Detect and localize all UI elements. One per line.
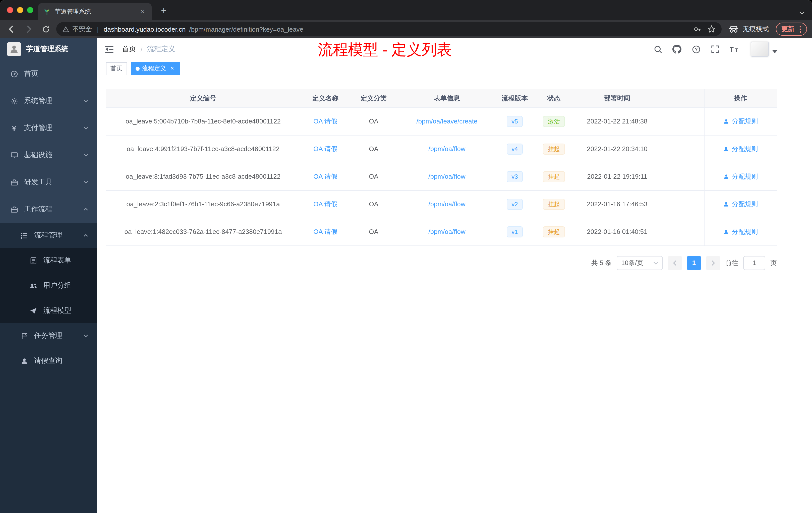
- sidebar-item-workflow[interactable]: 工作流程: [0, 196, 97, 223]
- logo-title: 芋道管理系统: [26, 45, 68, 54]
- warning-icon[interactable]: [62, 26, 69, 32]
- browser-tab[interactable]: 芋道管理系统 ×: [38, 3, 152, 20]
- chevron-down-icon: [83, 333, 89, 339]
- back-icon[interactable]: [5, 23, 18, 36]
- column-header: 流程版本: [497, 89, 532, 108]
- tab-close-icon[interactable]: ×: [139, 7, 147, 16]
- user-menu[interactable]: [751, 42, 777, 57]
- table-row: oa_leave:2:3c1f0ef1-76b1-11ec-9c66-a2380…: [106, 190, 777, 218]
- bookmark-star-icon[interactable]: [707, 25, 716, 33]
- form-link[interactable]: /bpm/oa/flow: [428, 145, 465, 153]
- tags-view-bar: 首页 × 流程定义 ×: [97, 60, 812, 77]
- deploy-time: 2022-01-16 17:46:53: [587, 200, 647, 208]
- assign-rule-link[interactable]: 分配规则: [723, 172, 758, 181]
- sidebar-item-task-manage[interactable]: 任务管理: [0, 323, 97, 349]
- forward-icon[interactable]: [22, 23, 35, 36]
- breadcrumb-home[interactable]: 首页: [122, 45, 136, 54]
- table-row: oa_leave:1:482ec033-762a-11ec-8477-a2380…: [106, 218, 777, 245]
- sidebar-item-leave-query[interactable]: 请假查询: [0, 349, 97, 373]
- form-link[interactable]: /bpm/oa/flow: [428, 173, 465, 180]
- admin-app: 芋道管理系统 首页 系统管理 ¥ 支付管理 基础设施 研发工具 工作流程 流程管…: [0, 38, 812, 513]
- deploy-time: 2022-01-22 19:19:11: [587, 173, 647, 180]
- form-link[interactable]: /bpm/oa/leave/create: [416, 117, 477, 125]
- table-row: oa_leave:5:004b710b-7b8a-11ec-8ef0-acde4…: [106, 108, 777, 135]
- definition-id: oa_leave:2:3c1f0ef1-76b1-11ec-9c66-a2380…: [126, 200, 280, 208]
- form-link[interactable]: /bpm/oa/flow: [428, 228, 465, 235]
- user-icon: [20, 357, 28, 365]
- sidebar-item-process-form[interactable]: 流程表单: [0, 248, 97, 273]
- deploy-time: 2022-01-16 01:40:51: [587, 228, 647, 235]
- definition-id: oa_leave:4:991f2193-7b7f-11ec-a3c8-acde4…: [126, 145, 280, 153]
- definition-name-link[interactable]: OA 请假: [313, 200, 337, 208]
- kebab-menu-icon[interactable]: [800, 25, 802, 33]
- assign-rule-link[interactable]: 分配规则: [723, 117, 758, 126]
- tab-search-chevron-icon[interactable]: [799, 8, 805, 17]
- view-tag-0[interactable]: 首页 ×: [106, 62, 127, 75]
- sidebar-item-payment[interactable]: ¥ 支付管理: [0, 115, 97, 142]
- deploy-time: 2022-01-22 21:48:38: [587, 117, 647, 125]
- page-content: 定义编号定义名称定义分类表单信息流程版本状态部署时间操作 oa_leave:5:…: [97, 77, 812, 513]
- prev-page-button[interactable]: [668, 256, 682, 270]
- reload-icon[interactable]: [39, 23, 52, 36]
- dashboard-icon: [10, 70, 18, 78]
- chevron-down-icon: [83, 98, 89, 104]
- definition-name-link[interactable]: OA 请假: [313, 145, 337, 152]
- window-zoom-button[interactable]: [27, 7, 33, 13]
- send-icon: [29, 307, 37, 315]
- version-tag: v5: [506, 116, 523, 127]
- select-caret-icon: [653, 261, 658, 264]
- github-icon[interactable]: [671, 44, 683, 55]
- assign-rule-link[interactable]: 分配规则: [723, 200, 758, 209]
- definition-name-link[interactable]: OA 请假: [313, 173, 337, 180]
- column-header: 状态: [532, 89, 576, 108]
- assign-rule-link[interactable]: 分配规则: [723, 144, 758, 153]
- fullscreen-icon[interactable]: [709, 44, 721, 55]
- tab-title: 芋道管理系统: [55, 7, 135, 16]
- column-header: 定义名称: [300, 89, 350, 108]
- sidebar-item-home[interactable]: 首页: [0, 60, 97, 87]
- incognito-icon: [729, 25, 739, 33]
- assign-rule-link[interactable]: 分配规则: [723, 227, 758, 236]
- svg-text:T: T: [735, 48, 738, 53]
- sidebar-item-devtools[interactable]: 研发工具: [0, 169, 97, 196]
- sidebar-menu: 首页 系统管理 ¥ 支付管理 基础设施 研发工具 工作流程 流程管理 流程表单 …: [0, 60, 97, 373]
- goto-page-input[interactable]: [743, 256, 765, 270]
- sidebar-item-process-manage[interactable]: 流程管理: [0, 223, 97, 248]
- window-close-button[interactable]: [7, 7, 13, 13]
- url-path: /bpm/manager/definition?key=oa_leave: [189, 25, 690, 33]
- page-annotation: 流程模型 - 定义列表: [318, 40, 452, 60]
- definition-category: OA: [369, 145, 378, 153]
- view-tag-1[interactable]: 流程定义 ×: [131, 62, 180, 75]
- column-header: 定义编号: [106, 89, 300, 108]
- window-minimize-button[interactable]: [17, 7, 23, 13]
- tag-close-icon[interactable]: ×: [169, 65, 176, 72]
- app-logo[interactable]: 芋道管理系统: [0, 38, 97, 60]
- avatar[interactable]: [751, 42, 769, 57]
- sidebar-item-infra[interactable]: 基础设施: [0, 142, 97, 169]
- sidebar-item-system[interactable]: 系统管理: [0, 87, 97, 115]
- definition-name-link[interactable]: OA 请假: [313, 117, 337, 125]
- form-icon: [29, 256, 37, 265]
- password-key-icon[interactable]: [694, 25, 701, 33]
- page-number-button[interactable]: 1: [687, 256, 701, 270]
- address-bar[interactable]: 不安全 | dashboard.yudao.iocoder.cn /bpm/ma…: [56, 22, 722, 36]
- search-icon[interactable]: [652, 44, 663, 55]
- update-button[interactable]: 更新: [776, 23, 807, 36]
- version-tag: v3: [506, 171, 523, 182]
- svg-text:T: T: [729, 46, 733, 53]
- page-size-select[interactable]: 10条/页: [617, 256, 663, 270]
- next-page-button[interactable]: [706, 256, 720, 270]
- sidebar-item-user-group[interactable]: 用户分组: [0, 273, 97, 298]
- user-icon: [723, 118, 729, 124]
- font-size-icon[interactable]: TT: [729, 44, 740, 55]
- help-icon[interactable]: ?: [691, 44, 701, 55]
- definition-name-link[interactable]: OA 请假: [313, 228, 337, 235]
- list-icon: [20, 232, 28, 239]
- sidebar-collapse-icon[interactable]: [97, 45, 122, 53]
- table-row: oa_leave:4:991f2193-7b7f-11ec-a3c8-acde4…: [106, 135, 777, 163]
- breadcrumb: 首页 / 流程定义: [122, 45, 175, 54]
- form-link[interactable]: /bpm/oa/flow: [428, 200, 465, 208]
- definition-category: OA: [369, 173, 378, 180]
- new-tab-button[interactable]: +: [158, 4, 170, 17]
- sidebar-item-process-model[interactable]: 流程模型: [0, 298, 97, 323]
